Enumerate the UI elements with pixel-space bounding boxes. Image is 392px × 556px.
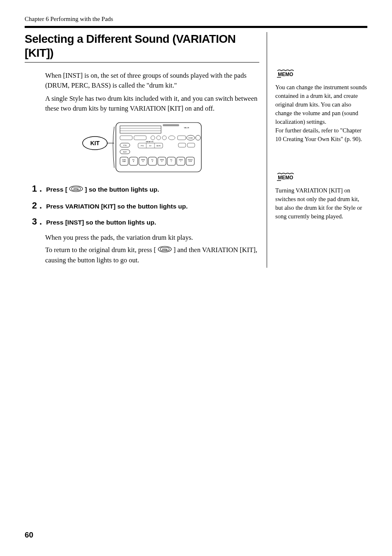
section-title: Selecting a Different Sound (VARIATION […: [25, 32, 259, 63]
step-1: 1 . Press [ PTN ] so the button lights u…: [25, 183, 259, 195]
svg-text:KIT: KIT: [149, 145, 152, 147]
intro-paragraph-2: A single Style has two drum kits include…: [45, 94, 259, 114]
memo-icon: MEMO: [275, 69, 367, 81]
step-3: 3 . Press [INST] so the button lights up…: [25, 216, 259, 265]
svg-text:VARIATION: VARIATION: [145, 141, 153, 143]
page-columns: Selecting a Different Sound (VARIATION […: [25, 32, 367, 268]
step-dot: .: [39, 184, 42, 193]
memo-1-text-2: For further details, refer to "Chapter 1…: [275, 126, 367, 144]
step-3-sub2-pre: To return to the original drum kit, pres…: [45, 246, 156, 254]
step-1-label-pre: Press [: [46, 186, 67, 193]
kit-label-text: KIT: [90, 140, 99, 146]
side-column: MEMO You can change the instrument sound…: [267, 32, 367, 268]
step-list: 1 . Press [ PTN ] so the button lights u…: [25, 183, 259, 265]
svg-text:B: B: [152, 161, 152, 162]
ptn-button-icon: PTN: [69, 185, 83, 195]
svg-text:MEMO: MEMO: [278, 175, 293, 181]
svg-text:MUTE: MUTE: [157, 145, 161, 147]
step-3-subtext-1: When you press the pads, the variation d…: [45, 233, 259, 243]
step-number: 3: [25, 217, 37, 226]
page-number: 60: [25, 531, 33, 540]
memo-block-2: MEMO Turning VARIATION [KIT] on switches…: [275, 172, 367, 221]
step-2-label: Press VARIATION [KIT] so the button ligh…: [46, 200, 259, 211]
memo-1-text-1: You can change the instrument sounds con…: [275, 83, 367, 126]
step-number: 1: [25, 184, 37, 193]
step-dot: .: [39, 217, 42, 226]
svg-text:PTN: PTN: [141, 145, 143, 147]
ptn-button-icon: PTN: [158, 246, 172, 255]
kit-panel-illustration: KIT VALUE: [81, 118, 204, 176]
main-column: Selecting a Different Sound (VARIATION […: [25, 32, 267, 268]
step-number: 2: [25, 201, 37, 210]
svg-text:PTN: PTN: [162, 248, 167, 251]
svg-text:PTN: PTN: [74, 188, 78, 190]
svg-text:INST: INST: [123, 151, 127, 153]
intro-paragraph-1: When [INST] is on, the set of three grou…: [45, 71, 259, 90]
svg-text:STOP: STOP: [188, 161, 191, 162]
section-top-rule: [25, 26, 367, 28]
step-2: 2 . Press VARIATION [KIT] so the button …: [25, 200, 259, 211]
step-3-subtext-2: To return to the original drum kit, pres…: [45, 245, 259, 265]
svg-text:VALUE: VALUE: [184, 127, 189, 129]
svg-text:MEMO: MEMO: [278, 72, 293, 77]
step-1-label-post: ] so the button lights up.: [85, 186, 159, 193]
memo-icon: MEMO: [275, 172, 367, 184]
svg-text:SOUND: SOUND: [188, 137, 193, 139]
step-dot: .: [39, 201, 42, 210]
svg-text:PTN: PTN: [123, 144, 127, 146]
memo-block-1: MEMO You can change the instrument sound…: [275, 69, 367, 144]
svg-rect-6: [163, 124, 179, 126]
step-3-label: Press [INST] so the button lights up.: [46, 216, 259, 227]
step-1-label: Press [ PTN ] so the button lights up.: [46, 183, 259, 195]
chapter-header: Chapter 6 Performing with the Pads: [25, 16, 367, 23]
kit-figure: KIT VALUE: [25, 118, 259, 176]
svg-text:B: B: [161, 161, 162, 162]
svg-text:A: A: [133, 161, 134, 162]
memo-2-text: Turning VARIATION [KIT] on switches not …: [275, 186, 367, 221]
svg-text:START: START: [122, 161, 126, 162]
svg-text:A: A: [142, 161, 143, 162]
